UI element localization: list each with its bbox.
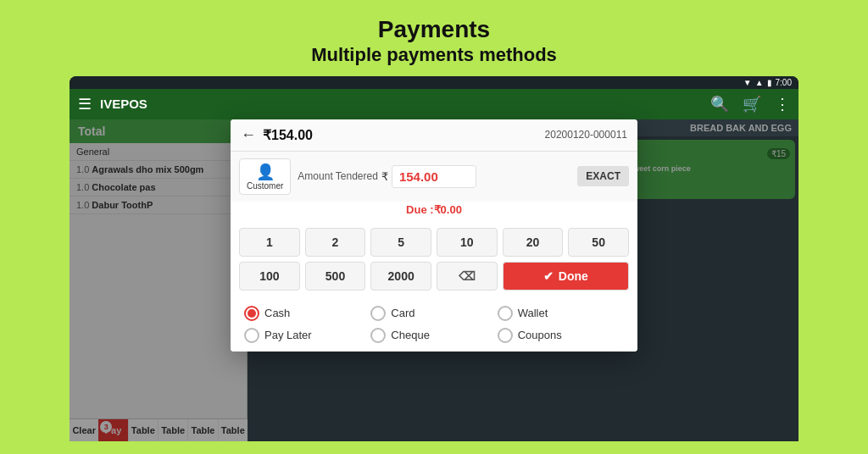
cart-icon[interactable]: 🛒 — [743, 95, 761, 114]
menu-icon[interactable]: ☰ — [78, 95, 92, 114]
radio-cash-inner — [248, 309, 256, 318]
payment-coupons[interactable]: Coupons — [498, 328, 624, 343]
payment-card[interactable]: Card — [370, 306, 497, 321]
page-subtitle: Multiple payments methods — [311, 44, 557, 66]
wifi-icon: ▼ — [743, 78, 752, 87]
payment-wallet[interactable]: Wallet — [498, 306, 624, 321]
radio-pay-later[interactable] — [244, 328, 259, 343]
order-id: 20200120-000011 — [545, 129, 627, 141]
numpad-2000[interactable]: 2000 — [370, 262, 431, 291]
card-label: Card — [391, 307, 415, 319]
search-icon[interactable]: 🔍 — [710, 95, 729, 114]
radio-coupons[interactable] — [498, 328, 513, 343]
payment-cheque[interactable]: Cheque — [370, 328, 497, 343]
modal-overlay: ← ₹154.00 20200120-000011 👤 Customer Amo… — [70, 119, 798, 441]
customer-button[interactable]: 👤 Customer — [239, 158, 291, 195]
app-title: IVEPOS — [100, 97, 697, 111]
content-area: Total General 1.0 Agrawals dho mix 500gm… — [70, 119, 798, 441]
payment-methods: Cash Card Wallet Pay Later — [231, 297, 637, 352]
device-frame: ▼ ▲ ▮ 7:00 ☰ IVEPOS 🔍 🛒 ⋮ Total General … — [70, 76, 798, 441]
app-bar: ☰ IVEPOS 🔍 🛒 ⋮ — [70, 89, 798, 119]
more-icon[interactable]: ⋮ — [775, 95, 790, 114]
page-title: Payments — [311, 15, 557, 44]
due-amount: Due :₹0.00 — [231, 202, 637, 221]
radio-wallet[interactable] — [498, 306, 513, 321]
signal-icon: ▲ — [755, 78, 764, 87]
wallet-label: Wallet — [518, 307, 548, 319]
numpad-500[interactable]: 500 — [305, 262, 366, 291]
checkmark-icon: ✔ — [543, 269, 554, 283]
payment-modal: ← ₹154.00 20200120-000011 👤 Customer Amo… — [231, 119, 637, 352]
numpad-10[interactable]: 10 — [437, 228, 498, 257]
cheque-label: Cheque — [391, 329, 430, 341]
radio-card[interactable] — [370, 306, 386, 321]
battery-icon: ▮ — [767, 78, 772, 87]
tendered-input[interactable] — [392, 165, 476, 188]
amount-tendered-label: Amount Tendered — [298, 170, 378, 182]
backspace-button[interactable]: ⌫ — [437, 262, 498, 291]
cash-label: Cash — [264, 307, 290, 319]
status-bar: ▼ ▲ ▮ 7:00 — [70, 76, 798, 89]
radio-cash[interactable] — [244, 306, 259, 321]
pay-later-label: Pay Later — [264, 329, 312, 341]
numpad: 1 2 5 10 20 50 100 500 2000 ⌫ ✔ Done — [231, 221, 637, 297]
payment-cash[interactable]: Cash — [244, 306, 370, 321]
back-button[interactable]: ← — [241, 126, 256, 144]
numpad-50[interactable]: 50 — [568, 228, 629, 257]
amount-field: Amount Tendered ₹ — [298, 165, 570, 188]
numpad-2[interactable]: 2 — [305, 228, 366, 257]
customer-icon: 👤 — [256, 163, 275, 181]
numpad-1[interactable]: 1 — [239, 228, 300, 257]
numpad-100[interactable]: 100 — [239, 262, 300, 291]
rupee-symbol: ₹ — [381, 170, 388, 183]
payment-pay-later[interactable]: Pay Later — [244, 328, 370, 343]
page-header: Payments Multiple payments methods — [311, 0, 557, 76]
numpad-5[interactable]: 5 — [370, 228, 431, 257]
time-display: 7:00 — [776, 78, 792, 87]
modal-amount: ₹154.00 — [263, 127, 313, 143]
numpad-20[interactable]: 20 — [503, 228, 564, 257]
amount-tendered-row: 👤 Customer Amount Tendered ₹ EXACT — [231, 152, 637, 202]
done-button[interactable]: ✔ Done — [503, 262, 629, 291]
coupons-label: Coupons — [518, 329, 562, 341]
exact-button[interactable]: EXACT — [577, 166, 629, 186]
modal-header: ← ₹154.00 20200120-000011 — [231, 119, 637, 152]
radio-cheque[interactable] — [370, 328, 386, 343]
